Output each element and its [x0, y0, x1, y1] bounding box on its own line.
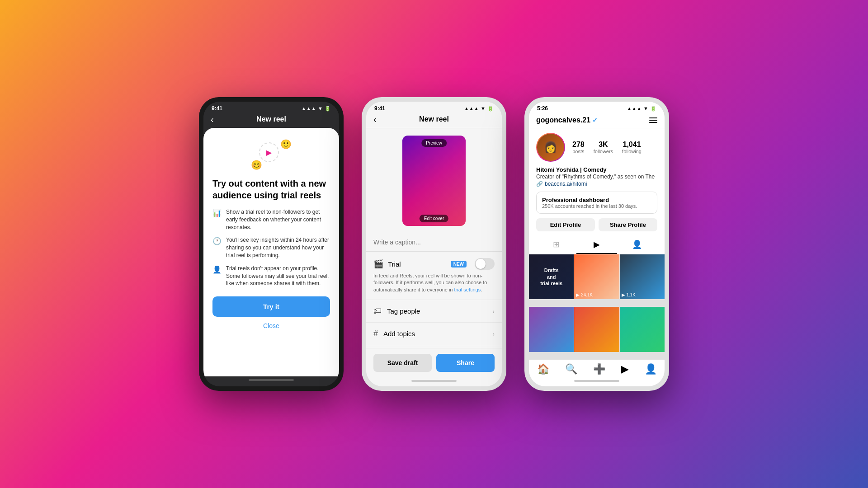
trial-title: Try out content with a new audience usin… — [212, 178, 330, 201]
save-draft-button[interactable]: Save draft — [373, 354, 432, 372]
trial-settings-link[interactable]: trial settings — [454, 287, 481, 292]
grid-item-4[interactable] — [529, 307, 574, 352]
reel-illustration: ▶ 🙂 😊 — [251, 139, 292, 170]
grid-tab-icon: ⊞ — [553, 239, 560, 249]
pro-dashboard-title: Professional dashboard — [542, 197, 651, 203]
grid-item-5[interactable] — [574, 307, 619, 352]
bio-desc: Creator of "Rhythms of Comedy," as seen … — [536, 173, 657, 181]
topics-icon: # — [373, 329, 378, 338]
followers-count: 3K — [594, 141, 613, 149]
phone2-footer: Save draft Share — [366, 348, 502, 377]
verified-badge: ✓ — [592, 117, 598, 124]
profile-username: gogoncalves.21 ✓ — [536, 116, 598, 124]
posts-label: posts — [572, 149, 585, 154]
trial-icon: 🎬 — [373, 259, 383, 269]
feature-icon-2: 🕐 — [212, 237, 222, 245]
status-bar-3: 5:26 ▲▲▲ ▼ 🔋 — [529, 102, 665, 113]
wifi-icon-2: ▼ — [481, 106, 486, 111]
tag-people-row[interactable]: 🏷 Tag people › — [366, 300, 502, 323]
status-time-3: 5:26 — [537, 105, 548, 112]
grid-item-2[interactable]: ▶ 24.1K — [574, 254, 619, 299]
phone1-content: ▶ 🙂 😊 Try out content with a new audienc… — [203, 128, 339, 376]
phone-2: 9:41 ▲▲▲ ▼ 🔋 ‹ New reel Preview Edit cov… — [362, 97, 506, 391]
signal-icon: ▲▲▲ — [301, 106, 316, 111]
view-count-1: ▶ 24.1K — [576, 292, 593, 297]
add-topics-row[interactable]: # Add topics › — [366, 323, 502, 345]
bio-section: Hitomi Yoshida | Comedy Creator of "Rhyt… — [529, 166, 665, 192]
back-button-1[interactable]: ‹ — [211, 114, 214, 125]
edit-cover-badge[interactable]: Edit cover — [420, 215, 448, 222]
feature-icon-3: 👤 — [212, 265, 222, 274]
feature-text-2: You'll see key insights within 24 hours … — [226, 236, 330, 259]
back-button-2[interactable]: ‹ — [373, 114, 377, 125]
phone1-bottom — [203, 376, 339, 386]
feature-item-1: 📊 Show a trial reel to non-followers to … — [212, 208, 330, 231]
header-title-1: New reel — [256, 115, 286, 123]
menu-line-2 — [649, 120, 657, 121]
phone2-header: ‹ New reel — [366, 113, 502, 128]
grid-label-1: Drafts andtrial reels — [540, 267, 563, 286]
followers-label: followers — [594, 149, 613, 154]
pro-dashboard-sub: 250K accounts reached in the last 30 day… — [542, 203, 651, 209]
pro-dashboard[interactable]: Professional dashboard 250K accounts rea… — [536, 192, 657, 214]
wifi-icon: ▼ — [318, 106, 323, 111]
following-count: 1,041 — [622, 141, 642, 149]
stat-followers: 3K followers — [594, 141, 613, 154]
tagged-tab-icon: 👤 — [632, 239, 642, 249]
status-bar-1: 9:41 ▲▲▲ ▼ 🔋 — [203, 102, 339, 113]
menu-button[interactable] — [649, 117, 657, 123]
nav-add[interactable]: ➕ — [593, 363, 605, 375]
home-indicator-3 — [574, 380, 619, 382]
tab-grid[interactable]: ⊞ — [536, 236, 576, 254]
nav-search[interactable]: 🔍 — [565, 363, 577, 375]
feature-item-3: 👤 Trial reels don't appear on your profi… — [212, 265, 330, 287]
content-grid: Drafts andtrial reels ▶ 24.1K ▶ 1.1K — [529, 254, 665, 359]
emoji-smile: 🙂 — [280, 139, 292, 150]
menu-line-3 — [649, 122, 657, 123]
stat-following: 1,041 following — [622, 141, 642, 154]
phone3-header: gogoncalves.21 ✓ — [529, 113, 665, 128]
grid-item-1[interactable]: Drafts andtrial reels — [529, 254, 574, 299]
close-button[interactable]: Close — [263, 322, 279, 329]
stat-posts: 278 posts — [572, 141, 585, 154]
stats-row: 278 posts 3K followers 1,041 following — [572, 141, 642, 154]
header-title-2: New reel — [419, 115, 449, 123]
trial-toggle[interactable] — [475, 258, 495, 270]
status-icons-3: ▲▲▲ ▼ 🔋 — [627, 106, 656, 112]
new-badge: NEW — [451, 261, 467, 267]
nav-reels[interactable]: ▶ — [621, 363, 629, 375]
tag-people-label: Tag people — [387, 307, 492, 315]
trial-description: In feed and Reels, your reel will be sho… — [373, 272, 495, 293]
add-topics-label: Add topics — [383, 330, 492, 338]
grid-item-3[interactable]: ▶ 1.1K — [620, 254, 665, 299]
reels-tab-icon: ▶ — [594, 239, 600, 249]
wifi-icon-3: ▼ — [643, 106, 648, 111]
status-time-2: 9:41 — [374, 105, 385, 112]
toggle-knob — [476, 259, 486, 269]
caption-input[interactable] — [366, 233, 502, 252]
profile-buttons: Edit Profile Share Profile — [529, 218, 665, 236]
topics-chevron: › — [492, 330, 495, 338]
following-label: following — [622, 149, 642, 154]
grid-item-6[interactable] — [620, 307, 665, 352]
try-it-button[interactable]: Try it — [212, 296, 330, 317]
phone1-header: ‹ New reel — [203, 113, 339, 128]
tab-reels[interactable]: ▶ — [576, 236, 617, 254]
menu-line-1 — [649, 117, 657, 118]
bio-link[interactable]: 🔗 beacons.ai/hitomi — [536, 181, 657, 187]
home-indicator-2 — [411, 380, 457, 382]
bottom-nav: 🏠 🔍 ➕ ▶ 👤 — [529, 359, 665, 377]
battery-icon-3: 🔋 — [650, 106, 656, 112]
nav-home[interactable]: 🏠 — [537, 363, 549, 375]
feature-item-2: 🕐 You'll see key insights within 24 hour… — [212, 236, 330, 259]
phone2-body: Preview Edit cover 🎬 Trial NEW In feed a… — [366, 128, 502, 348]
video-preview[interactable]: Preview Edit cover — [402, 136, 466, 226]
phone-3: 5:26 ▲▲▲ ▼ 🔋 gogoncalves.21 ✓ 👩 — [524, 97, 669, 391]
share-button[interactable]: Share — [436, 354, 495, 372]
edit-profile-button[interactable]: Edit Profile — [536, 218, 595, 231]
signal-icon-2: ▲▲▲ — [464, 106, 479, 111]
tab-tagged[interactable]: 👤 — [617, 236, 657, 254]
bio-name: Hitomi Yoshida | Comedy — [536, 166, 657, 173]
share-profile-button[interactable]: Share Profile — [599, 218, 657, 231]
nav-profile[interactable]: 👤 — [645, 363, 657, 375]
